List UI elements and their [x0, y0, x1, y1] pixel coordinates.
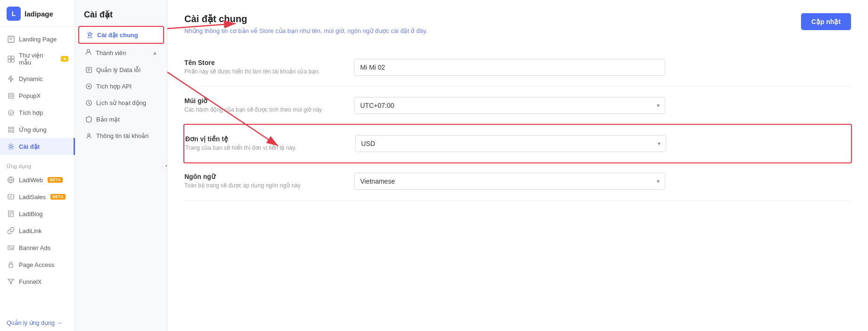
- sidebar-collapse-button[interactable]: ◀: [162, 161, 167, 170]
- sidebar-item-label: LadiWeb: [19, 177, 43, 184]
- ngon-ngu-hint: Toàn bộ trang sẽ được áp dụng ngôn ngữ n…: [184, 182, 335, 189]
- sidebar-item-landing-page[interactable]: Landing Page: [0, 31, 75, 48]
- don-vi-tien-te-select-wrapper: USD VND EUR GBP ▾: [355, 135, 666, 152]
- don-vi-tien-te-select[interactable]: USD VND EUR GBP: [355, 135, 666, 152]
- thanh-vien-icon: [85, 48, 92, 57]
- sub-sidebar-item-label: Thành viên: [96, 49, 126, 57]
- form-section-don-vi-tien-te: Đơn vị tiền tệ Trang của bạn sẽ hiển thị…: [183, 124, 852, 163]
- svg-rect-12: [8, 130, 10, 132]
- ngon-ngu-select[interactable]: Vietnamese English Chinese: [354, 173, 665, 190]
- sub-sidebar-item-label: Tích hợp API: [96, 83, 132, 90]
- lich-su-hoat-dong-icon: [85, 99, 92, 106]
- svg-rect-6: [11, 59, 14, 62]
- landing-page-icon: [7, 35, 15, 43]
- form-label-group-ngon-ngu: Ngôn ngữ Toàn bộ trang sẽ được áp dụng n…: [184, 173, 335, 189]
- sub-sidebar-item-label: Bảo mật: [96, 116, 120, 123]
- sidebar-item-page-access[interactable]: Page Access: [0, 256, 75, 273]
- sub-sidebar-item-label: Cài đặt chung: [97, 32, 138, 39]
- svg-point-14: [10, 145, 12, 148]
- sidebar-item-tich-hop[interactable]: Tích hợp: [0, 104, 75, 121]
- thong-tin-tai-khoan-icon: [85, 132, 92, 139]
- mui-gio-hint: Các hành động của bạn sẽ được tính theo …: [184, 106, 335, 113]
- sidebar-item-ladiweb[interactable]: LadiWeb BETA: [0, 171, 75, 188]
- svg-rect-10: [8, 127, 10, 129]
- cai-dat-icon: [7, 142, 15, 151]
- page-access-icon: [7, 260, 15, 269]
- svg-rect-7: [8, 93, 14, 98]
- sub-sidebar-item-tich-hop-api[interactable]: Tích hợp API: [78, 78, 164, 94]
- sidebar-item-label: LadiSales: [19, 194, 46, 201]
- sub-sidebar-title: Cài đặt: [75, 0, 167, 25]
- sub-sidebar-item-lich-su-hoat-dong[interactable]: Lịch sử hoạt động: [78, 95, 164, 111]
- page-title: Cài đặt chung: [184, 13, 428, 24]
- sidebar-item-label: Thư viện mẫu: [19, 52, 57, 66]
- form-section-ten-store: Tên Store Phần này sẽ được hiển thị làm …: [184, 48, 851, 87]
- sidebar-item-label: Landing Page: [19, 36, 57, 43]
- sidebar-item-label: FunnelX: [19, 278, 41, 285]
- sidebar-item-ung-dung[interactable]: Ứng dụng: [0, 121, 75, 138]
- ten-store-input[interactable]: [354, 59, 665, 76]
- mui-gio-select[interactable]: UTC+07:00 UTC+00:00 UTC+08:00 UTC-05:00: [354, 97, 665, 114]
- dynamic-icon: [7, 74, 15, 83]
- sidebar-item-cai-dat[interactable]: Cài đặt: [0, 138, 75, 155]
- sub-sidebar-item-label: Quản lý Data lỗi: [96, 66, 141, 73]
- funnelx-icon: [7, 277, 15, 286]
- sidebar-item-label: Tích hợp: [19, 109, 43, 116]
- logo-text: ladipage: [25, 10, 53, 18]
- mui-gio-control: UTC+07:00 UTC+00:00 UTC+08:00 UTC-05:00 …: [354, 97, 665, 114]
- popupx-icon: [7, 91, 15, 100]
- sub-sidebar-item-label: Thông tin tài khoản: [96, 132, 149, 139]
- svg-rect-4: [11, 56, 14, 59]
- sidebar-item-label: LadiLink: [19, 227, 41, 234]
- svg-point-18: [9, 247, 10, 248]
- ladiblog-icon: [7, 210, 15, 218]
- ten-store-control: [354, 59, 665, 76]
- ngon-ngu-label: Ngôn ngữ: [184, 173, 335, 180]
- apps-divider: Ứng dụng: [0, 159, 75, 171]
- svg-rect-3: [8, 56, 11, 59]
- sidebar-item-banner-ads[interactable]: Banner Ads: [0, 239, 75, 256]
- main-content: Cài đặt chung Những thông tin cơ bản về …: [167, 0, 868, 331]
- ngon-ngu-select-wrapper: Vietnamese English Chinese ▾: [354, 173, 665, 190]
- sidebar-item-ladisales[interactable]: LadiSales BETA: [0, 188, 75, 205]
- sub-sidebar-item-quan-ly-data-loi[interactable]: Quản lý Data lỗi: [78, 62, 164, 78]
- svg-rect-19: [9, 264, 13, 267]
- sub-sidebar-item-bao-mat[interactable]: Bảo mật: [78, 111, 164, 127]
- sidebar-item-thu-vien-mau[interactable]: Thư viện mẫu ★: [0, 48, 75, 70]
- sub-sidebar-item-thong-tin-tai-khoan[interactable]: Thông tin tài khoản: [78, 128, 164, 144]
- main-header: Cài đặt chung Những thông tin cơ bản về …: [184, 13, 851, 34]
- page-subtitle: Những thông tin cơ bản về Store của bạn …: [184, 27, 428, 34]
- sub-sidebar: Cài đặt Cài đặt chung Thành viên ▲ Quản …: [75, 0, 167, 331]
- sidebar-item-ladilink[interactable]: LadiLink: [0, 222, 75, 239]
- sidebar-item-ladiblog[interactable]: LadiBlog: [0, 205, 75, 222]
- form-label-group-ten-store: Tên Store Phần này sẽ được hiển thị làm …: [184, 59, 335, 75]
- svg-rect-16: [8, 194, 14, 199]
- don-vi-tien-te-hint: Trang của bạn sẽ hiển thị đơn vị tiền tệ…: [185, 145, 336, 151]
- sidebar-item-dynamic[interactable]: Dynamic: [0, 70, 75, 87]
- ladisales-icon: [7, 193, 15, 201]
- svg-point-21: [87, 49, 90, 52]
- manage-apps-link[interactable]: Quản lý ứng dụng →: [0, 315, 75, 331]
- update-button[interactable]: Cập nhật: [801, 13, 851, 30]
- svg-rect-5: [8, 59, 11, 62]
- sub-sidebar-item-label: Lịch sử hoạt động: [96, 99, 146, 106]
- ten-store-label: Tên Store: [184, 59, 335, 66]
- sub-sidebar-item-thanh-vien[interactable]: Thành viên ▲: [78, 44, 164, 61]
- ung-dung-icon: [7, 125, 15, 134]
- sidebar-item-label: Banner Ads: [19, 244, 50, 251]
- sidebar-item-label: Dynamic: [19, 75, 43, 82]
- sidebar-item-funnelx[interactable]: FunnelX: [0, 273, 75, 290]
- sidebar-item-label: Cài đặt: [19, 143, 40, 150]
- svg-point-25: [88, 134, 90, 136]
- form-section-ngon-ngu: Ngôn ngữ Toàn bộ trang sẽ được áp dụng n…: [184, 162, 851, 201]
- tich-hop-icon: [7, 108, 15, 117]
- sidebar-item-popupx[interactable]: PopupX: [0, 87, 75, 104]
- logo-icon: L: [7, 7, 21, 21]
- ngon-ngu-control: Vietnamese English Chinese ▾: [354, 173, 665, 190]
- sub-sidebar-item-cai-dat-chung[interactable]: Cài đặt chung: [78, 26, 164, 44]
- mui-gio-label: Múi giờ: [184, 97, 335, 105]
- don-vi-tien-te-label: Đơn vị tiền tệ: [185, 135, 336, 143]
- sidebar-item-label: Page Access: [19, 261, 54, 268]
- sidebar-item-label: Ứng dụng: [19, 126, 47, 133]
- manage-link-text: Quản lý ứng dụng →: [7, 319, 62, 326]
